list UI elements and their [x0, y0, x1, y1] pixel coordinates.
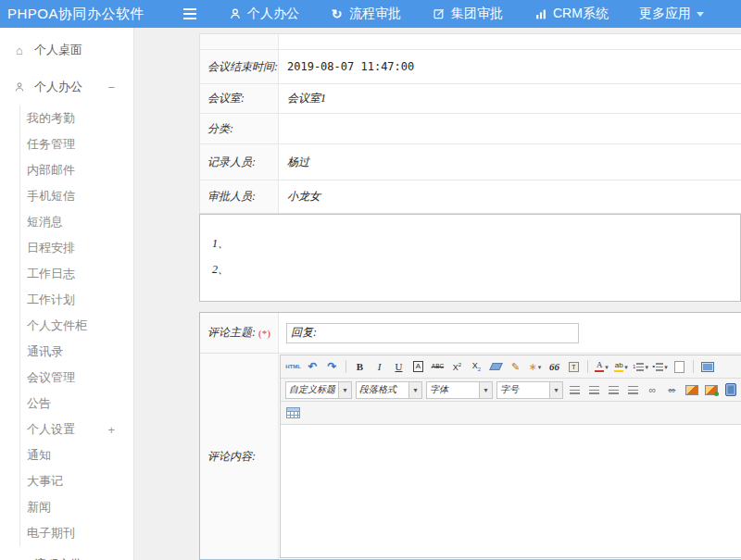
sidebar-item-1[interactable]: 个人办公−: [0, 68, 133, 106]
expand-icon[interactable]: +: [107, 423, 115, 437]
ordered-list-button[interactable]: 1▾: [632, 359, 649, 375]
chevron-down-icon: ▾: [549, 382, 562, 398]
sidebar-item-7[interactable]: 日程安排: [19, 235, 133, 261]
required-mark: (*): [258, 328, 270, 339]
chevron-down-icon: ▾: [479, 382, 492, 398]
hamburger-icon: [183, 13, 196, 15]
nav-label: 集团审批: [451, 6, 503, 22]
sidebar-item-5[interactable]: 手机短信: [19, 183, 133, 209]
fullscreen-button[interactable]: [698, 359, 716, 375]
toolbar-separator: [345, 360, 346, 373]
app-title: PHPOA协同办公软件: [0, 6, 178, 23]
superscript-button[interactable]: X2: [448, 359, 466, 375]
source-button[interactable]: HTML: [284, 359, 302, 375]
nav-label: 个人办公: [247, 6, 299, 22]
sidebar-item-8[interactable]: 工作日志: [19, 261, 133, 287]
strikethrough-button[interactable]: ABC: [429, 359, 446, 375]
form-row-label: 会议室:: [200, 84, 279, 113]
insert-image-button[interactable]: [702, 382, 720, 398]
size-select-label: 字号: [497, 383, 549, 396]
toolbar-separator: [693, 360, 694, 373]
table-button[interactable]: [284, 405, 302, 421]
heading-select[interactable]: 自定义标题▾: [285, 381, 352, 399]
italic-button[interactable]: I: [370, 359, 388, 375]
italic-icon: I: [378, 362, 382, 372]
undo-button[interactable]: ↶: [304, 359, 321, 375]
bold-button[interactable]: B: [351, 359, 369, 375]
align-right-button[interactable]: [605, 382, 622, 398]
comment-subject-value-cell: [279, 313, 741, 353]
font-select[interactable]: 字体▾: [426, 381, 493, 399]
font-color-icon: A▾: [595, 361, 609, 372]
sidebar-item-0[interactable]: ⌂个人桌面: [0, 31, 133, 68]
note-line: 1、: [212, 230, 740, 256]
redo-button[interactable]: ↷: [323, 359, 341, 375]
link-button[interactable]: ∞: [644, 382, 661, 398]
highlight-button[interactable]: ab▾: [612, 359, 630, 375]
sidebar-item-15[interactable]: 通知: [19, 442, 133, 468]
editor-content-area[interactable]: [281, 425, 741, 557]
bold-icon: B: [357, 362, 363, 372]
image-icon: [685, 385, 698, 395]
new-page-icon: [674, 361, 684, 373]
align-justify-button[interactable]: [624, 382, 642, 398]
comment-subject-input[interactable]: [286, 323, 579, 343]
new-page-button[interactable]: [671, 359, 688, 375]
unordered-list-icon: •▾: [652, 363, 667, 371]
autotypeset-button[interactable]: ∗▾: [526, 359, 544, 375]
menu-toggle-button[interactable]: [178, 0, 202, 28]
meeting-detail-table: 会议结束时间:2019-08-07 11:47:00会议室:会议室1分类:记录人…: [199, 33, 741, 214]
format-brush-button[interactable]: ✎: [507, 359, 524, 375]
font-color-button[interactable]: A▾: [593, 359, 610, 375]
sidebar-item-12[interactable]: 会议管理: [19, 365, 133, 391]
media-button[interactable]: [722, 382, 739, 398]
paste-word-button[interactable]: T: [565, 359, 583, 375]
sidebar-item-3[interactable]: 任务管理: [19, 131, 133, 157]
sidebar-item-18[interactable]: 电子期刊: [19, 520, 133, 546]
nav-crm-system[interactable]: CRM系统: [534, 6, 609, 22]
blockquote-icon: 66: [549, 362, 559, 372]
comment-content-value-cell: HTML↶↷BIUAABCX2X2✎∗▾66TA▾ab▾1▾•▾自定义标题▾段落…: [279, 354, 741, 559]
sidebar-item-6[interactable]: 短消息: [19, 209, 133, 235]
ordered-list-icon: 1▾: [633, 363, 648, 371]
sidebar-item-4[interactable]: 内部邮件: [19, 157, 133, 183]
nav-personal-office[interactable]: 个人办公: [228, 6, 299, 22]
chevron-down-icon: ▾: [408, 382, 421, 398]
top-nav: 个人办公 ↻ 流程审批 集团审批 CRM系统 更多应用: [228, 6, 735, 22]
sidebar-item-9[interactable]: 工作计划: [19, 287, 133, 313]
table-icon: [286, 407, 300, 418]
unlink-button[interactable]: ∞: [663, 382, 681, 398]
sidebar-item-label: 个人设置: [27, 421, 75, 438]
sidebar-item-label: 流程审批: [34, 556, 82, 560]
eraser-button[interactable]: [487, 359, 505, 375]
sidebar-item-label: 通讯录: [27, 343, 63, 360]
font-select-label: 字体: [427, 383, 479, 396]
sidebar-item-16[interactable]: 大事记: [19, 468, 133, 494]
form-row-value: 2019-08-07 11:47:00: [279, 50, 741, 83]
sidebar-item-19[interactable]: ↻流程审批+: [0, 546, 133, 560]
align-center-button[interactable]: [585, 382, 603, 398]
nav-group-approval[interactable]: 集团审批: [432, 6, 503, 22]
underline-button[interactable]: U: [390, 359, 408, 375]
sidebar-item-13[interactable]: 公告: [19, 391, 133, 417]
sidebar-item-2[interactable]: 我的考勤: [19, 106, 133, 131]
eraser-icon: [491, 363, 501, 370]
sidebar-item-17[interactable]: 新闻: [19, 494, 133, 520]
unordered-list-button[interactable]: •▾: [651, 359, 669, 375]
image-button[interactable]: [683, 382, 700, 398]
nav-more-apps[interactable]: 更多应用: [639, 6, 704, 22]
paragraph-select[interactable]: 段落格式▾: [356, 381, 422, 399]
form-row: 记录人员:杨过: [200, 143, 741, 180]
sidebar-item-label: 工作日志: [27, 266, 75, 282]
nav-process-approval[interactable]: ↻ 流程审批: [330, 6, 401, 22]
blockquote-button[interactable]: 66: [546, 359, 563, 375]
collapse-icon[interactable]: −: [107, 81, 115, 94]
sidebar-item-label: 短消息: [27, 214, 63, 230]
subscript-button[interactable]: X2: [468, 359, 485, 375]
sidebar-item-14[interactable]: 个人设置+: [19, 417, 133, 442]
size-select[interactable]: 字号▾: [496, 381, 563, 399]
font-border-button[interactable]: A: [409, 359, 427, 375]
sidebar-item-10[interactable]: 个人文件柜: [19, 313, 133, 339]
sidebar-item-11[interactable]: 通讯录: [19, 339, 133, 365]
align-left-button[interactable]: [566, 382, 584, 398]
